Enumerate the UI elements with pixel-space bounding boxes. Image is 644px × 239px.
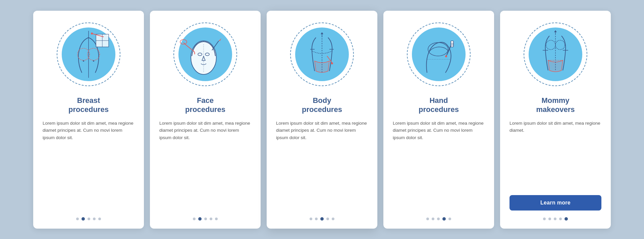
svg-point-9 <box>93 60 94 62</box>
dot-2-active <box>198 217 202 221</box>
svg-point-38 <box>555 40 565 50</box>
svg-point-13 <box>180 40 187 44</box>
card-face: Face procedures Lorem ipsum dolor sit di… <box>150 11 261 229</box>
svg-point-7 <box>91 33 93 35</box>
dot-5-active <box>565 217 568 221</box>
body-svg <box>292 24 352 84</box>
dot-1 <box>310 218 312 220</box>
dot-2 <box>315 218 318 220</box>
dot-4 <box>559 218 562 220</box>
dots-body <box>310 217 334 221</box>
dot-5 <box>98 218 101 220</box>
dot-3 <box>204 218 207 220</box>
card-title-face: Face procedures <box>185 96 225 114</box>
dot-2 <box>432 218 434 220</box>
hand-svg <box>409 24 469 84</box>
dot-3 <box>437 218 440 220</box>
card-text-face: Lorem ipsum dolor sit dim amet, mea regi… <box>159 120 251 211</box>
card-body: Body procedures Lorem ipsum dolor sit di… <box>267 11 377 229</box>
dot-2-active <box>82 217 85 221</box>
svg-marker-22 <box>321 32 323 34</box>
card-illustration-hand <box>405 21 472 88</box>
card-illustration-face <box>172 21 239 88</box>
svg-point-30 <box>445 55 447 57</box>
card-title-body: Body procedures <box>302 96 342 114</box>
card-text-body: Lorem ipsum dolor sit dim amet, mea regi… <box>276 120 368 211</box>
svg-point-8 <box>83 60 84 62</box>
dot-4 <box>93 218 96 220</box>
dot-5 <box>332 218 334 220</box>
dot-3-active <box>320 217 324 221</box>
card-illustration-mommy <box>522 21 589 88</box>
card-text-mommy: Lorem ipsum dolor sit dim amet, mea regi… <box>509 120 601 189</box>
card-hand: Hand procedures Lorem ipsum dolor sit di… <box>383 11 494 229</box>
dot-5 <box>215 218 218 220</box>
breast-svg <box>58 24 119 84</box>
card-title-mommy: Mommy makeovers <box>536 96 575 114</box>
dot-4 <box>326 218 329 220</box>
dot-5 <box>448 218 451 220</box>
mommy-svg <box>525 24 586 84</box>
dot-1 <box>543 218 546 220</box>
dot-3 <box>554 218 556 220</box>
dots-breast <box>76 217 101 221</box>
learn-more-button[interactable]: Learn more <box>509 195 601 211</box>
card-text-hand: Lorem ipsum dolor sit dim amet, mea regi… <box>393 120 485 211</box>
dot-4-active <box>442 217 446 221</box>
card-title-breast: Breast procedures <box>68 96 109 114</box>
svg-point-20 <box>331 62 333 64</box>
dot-1 <box>426 218 429 220</box>
card-illustration-breast <box>55 21 122 88</box>
dot-2 <box>548 218 551 220</box>
svg-marker-34 <box>554 30 557 32</box>
svg-line-14 <box>212 41 219 50</box>
card-illustration-body <box>288 21 356 88</box>
svg-point-37 <box>546 40 555 50</box>
dot-1 <box>76 218 79 220</box>
dots-hand <box>426 217 451 221</box>
card-text-breast: Lorem ipsum dolor sit dim amet, mea regi… <box>43 120 135 211</box>
svg-point-23 <box>428 43 448 56</box>
cards-container: Breast procedures Lorem ipsum dolor sit … <box>20 1 624 239</box>
dots-face <box>193 217 218 221</box>
card-title-hand: Hand procedures <box>419 96 459 114</box>
dot-4 <box>210 218 212 220</box>
face-svg <box>175 24 235 84</box>
card-mommy: Mommy makeovers Lorem ipsum dolor sit di… <box>500 11 611 229</box>
dot-3 <box>88 218 90 220</box>
dots-mommy <box>543 217 568 221</box>
card-breast: Breast procedures Lorem ipsum dolor sit … <box>33 11 144 229</box>
dot-1 <box>193 218 196 220</box>
